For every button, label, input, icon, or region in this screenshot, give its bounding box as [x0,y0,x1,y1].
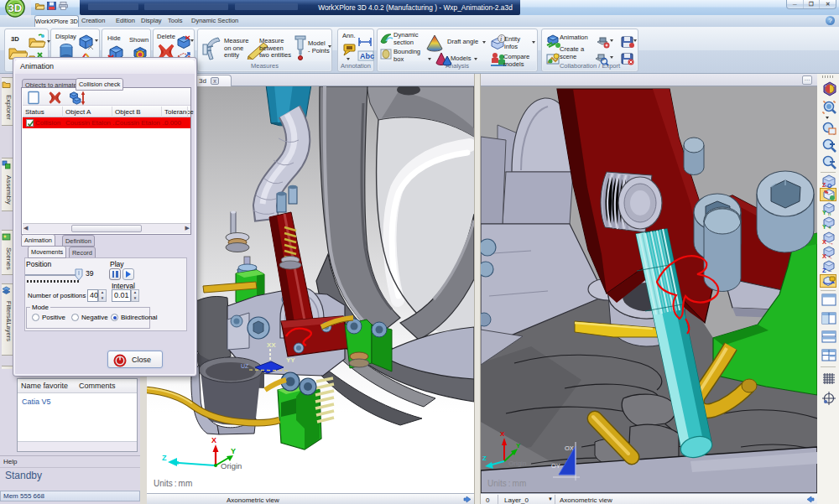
svg-text:n: n [828,211,831,216]
svg-text:Units : mm: Units : mm [154,479,192,488]
svg-text:X: X [822,238,826,245]
svg-text:→: → [828,240,834,246]
svg-text:X: X [500,430,505,438]
svg-text:Y: Y [231,447,236,455]
svg-text:X: X [211,436,216,444]
svg-text:OY: OY [551,462,560,470]
svg-text:Y: Y [822,223,826,230]
svg-text:YY: YY [286,356,295,364]
svg-text:−: − [828,268,831,274]
svg-text:XX: XX [267,341,276,349]
svg-text:X: X [822,252,826,259]
svg-text:UZ: UZ [241,363,249,369]
svg-text:Y: Y [822,209,826,216]
svg-text:Units : mm: Units : mm [487,479,526,488]
svg-text:Origin: Origin [508,460,526,467]
svg-text:Origin: Origin [221,461,242,470]
svg-text:Z: Z [822,267,826,273]
svg-text:Y: Y [516,442,521,449]
svg-text:Z: Z [822,182,826,188]
svg-text:Z: Z [162,454,167,462]
svg-text:i: i [500,35,502,43]
svg-text:+: + [828,225,831,231]
svg-text:Abc: Abc [360,52,374,60]
svg-text:Z: Z [482,455,487,462]
svg-text:3D: 3D [8,2,23,14]
svg-text:↖: ↖ [828,255,832,260]
